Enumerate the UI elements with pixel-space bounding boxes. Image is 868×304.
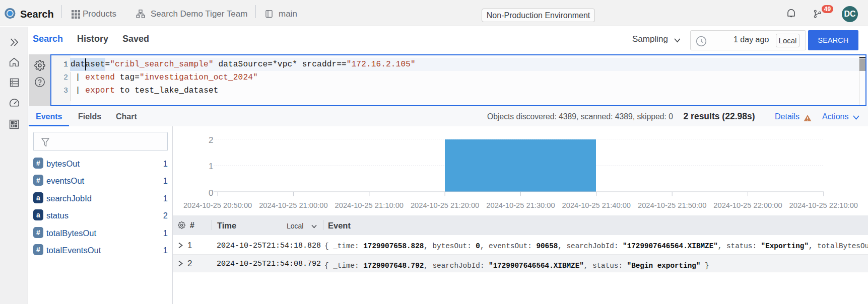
svg-text:2: 2 <box>209 135 213 145</box>
svg-text:2024-10-25 22:10:00: 2024-10-25 22:10:00 <box>789 201 858 209</box>
svg-text:2024-10-25 21:50:00: 2024-10-25 21:50:00 <box>638 201 706 209</box>
svg-text:2024-10-25 21:20:00: 2024-10-25 21:20:00 <box>411 201 479 209</box>
svg-text:2024-10-25 21:00:00: 2024-10-25 21:00:00 <box>259 201 327 209</box>
svg-text:1: 1 <box>209 162 213 171</box>
svg-text:2024-10-25 21:10:00: 2024-10-25 21:10:00 <box>335 201 404 209</box>
svg-text:0: 0 <box>209 188 213 198</box>
svg-text:2024-10-25 20:50:00: 2024-10-25 20:50:00 <box>183 201 252 209</box>
svg-text:2024-10-25 22:00:00: 2024-10-25 22:00:00 <box>713 201 782 209</box>
svg-text:2024-10-25 21:40:00: 2024-10-25 21:40:00 <box>562 201 631 209</box>
svg-text:2024-10-25 21:30:00: 2024-10-25 21:30:00 <box>486 201 555 209</box>
